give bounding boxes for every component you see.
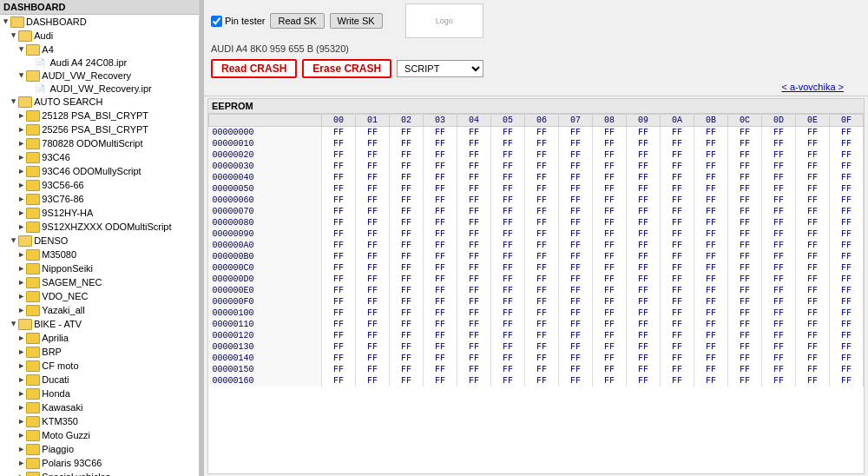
table-row: 00000100FFFFFFFFFFFFFFFFFFFFFFFFFFFFFFFF [209, 307, 864, 319]
eeprom-value-cell: FF [660, 262, 694, 274]
tree-item-93c46-odo[interactable]: ►93C46 ODOMullyScript [0, 164, 199, 178]
eeprom-value-cell: FF [761, 183, 795, 195]
read-crash-button[interactable]: Read CRASH [211, 59, 297, 78]
eeprom-value-cell: FF [389, 341, 423, 353]
eeprom-value-cell: FF [457, 240, 490, 251]
tree-item-brp[interactable]: ►BRP [0, 345, 199, 359]
eeprom-value-cell: FF [490, 375, 524, 387]
arrow-icon: ► [17, 222, 25, 231]
eeprom-col-header-00: 00 [321, 115, 355, 127]
tree-item-audi-vw-recovery[interactable]: ►AUDI_VW_Recovery [0, 69, 199, 83]
tree-item-label: Honda [42, 388, 69, 399]
tree-item-label: BIKE - ATV [34, 319, 82, 329]
eeprom-value-cell: FF [490, 138, 524, 149]
eeprom-value-cell: FF [490, 251, 524, 262]
eeprom-value-cell: FF [761, 228, 795, 240]
tree-item-audi-a4-file[interactable]: 📄Audi A4 24C08.ipr [0, 56, 199, 69]
eeprom-value-cell: FF [829, 296, 863, 307]
eeprom-addr-cell: 00000130 [209, 341, 322, 353]
tree-item-ktm350[interactable]: ►KTM350 [0, 414, 199, 428]
eeprom-value-cell: FF [524, 341, 558, 353]
tree-item-yazaki[interactable]: ►Yazaki_all [0, 303, 199, 317]
eeprom-value-cell: FF [829, 319, 863, 330]
eeprom-value-cell: FF [389, 127, 423, 139]
eeprom-value-cell: FF [795, 228, 829, 240]
tree-item-nipponseiki[interactable]: ►NipponSeiki [0, 261, 199, 275]
write-sk-button[interactable]: Write SK [330, 13, 383, 29]
eeprom-value-cell: FF [727, 296, 761, 307]
eeprom-value-cell: FF [321, 330, 355, 341]
tree-item-25256[interactable]: ►25256 PSA_BSI_CRYPT [0, 122, 199, 136]
erase-crash-button[interactable]: Erase CRASH [302, 59, 391, 78]
tree-item-25128[interactable]: ►25128 PSA_BSI_CRYPT [0, 109, 199, 122]
eeprom-col-header-0C: 0C [727, 115, 761, 127]
eeprom-value-cell: FF [558, 195, 592, 206]
eeprom-value-cell: FF [592, 161, 626, 172]
tree-item-audi[interactable]: ►Audi [0, 29, 199, 43]
tree-item-auto-search[interactable]: ►AUTO SEARCH [0, 95, 199, 109]
tree-item-93c56[interactable]: ►93C56-66 [0, 178, 199, 192]
eeprom-value-cell: FF [321, 183, 355, 195]
tree-item-ducati[interactable]: ►Ducati [0, 373, 199, 387]
eeprom-value-cell: FF [727, 341, 761, 353]
eeprom-value-cell: FF [592, 262, 626, 274]
tree-item-audi-vw-recovery-file[interactable]: 📄AUDI_VW_Recovery.ipr [0, 83, 199, 95]
tree-item-dashboard[interactable]: ►DASHBOARD [0, 15, 199, 29]
tree-item-93c76[interactable]: ►93C76-86 [0, 192, 199, 206]
table-row: 000000A0FFFFFFFFFFFFFFFFFFFFFFFFFFFFFFFF [209, 240, 864, 251]
eeprom-value-cell: FF [524, 228, 558, 240]
tree-item-special[interactable]: ►Special vehicles [0, 470, 199, 476]
file-tree-panel[interactable]: DASHBOARD ►DASHBOARD ►Audi ►A4 📄Audi A4 … [0, 0, 200, 476]
tree-item-piaggio[interactable]: ►Piaggio [0, 442, 199, 456]
eeprom-value-cell: FF [558, 217, 592, 228]
tree-item-moto-guzzi[interactable]: ►Moto Guzzi [0, 428, 199, 442]
folder-closed-icon [26, 151, 40, 163]
eeprom-value-cell: FF [592, 206, 626, 217]
tree-item-cf-moto[interactable]: ►CF moto [0, 359, 199, 373]
eeprom-value-cell: FF [626, 330, 660, 341]
tree-item-780828[interactable]: ►780828 ODOMultiScript [0, 136, 199, 150]
tree-item-honda[interactable]: ►Honda [0, 387, 199, 400]
eeprom-value-cell: FF [592, 375, 626, 387]
eeprom-col-header-06: 06 [524, 115, 558, 127]
eeprom-value-cell: FF [490, 228, 524, 240]
pin-tester-checkbox[interactable] [211, 16, 222, 27]
eeprom-value-cell: FF [321, 206, 355, 217]
tree-item-label: SAGEM_NEC [42, 277, 102, 288]
arrow-icon: ► [10, 237, 18, 245]
read-sk-button[interactable]: Read SK [270, 13, 324, 29]
tree-item-denso[interactable]: ►DENSO [0, 234, 199, 248]
script-select[interactable]: SCRIPT [397, 60, 483, 77]
tree-item-bike-atv[interactable]: ►BIKE - ATV [0, 317, 199, 331]
tree-item-aprilia[interactable]: ►Aprilia [0, 331, 199, 345]
arrow-icon: ► [2, 18, 10, 26]
eeprom-value-cell: FF [694, 375, 727, 387]
eeprom-value-cell: FF [423, 161, 457, 172]
tree-item-9s12xhzxx[interactable]: ►9S12XHZXXX ODOMultiScript [0, 220, 199, 234]
eeprom-value-cell: FF [660, 172, 694, 183]
eeprom-value-cell: FF [727, 228, 761, 240]
tree-item-93c46[interactable]: ►93C46 [0, 150, 199, 164]
tree-item-sagem-nec[interactable]: ►SAGEM_NEC [0, 275, 199, 289]
arrow-icon: ► [17, 111, 25, 120]
folder-closed-icon [26, 387, 40, 400]
arrow-icon: ► [17, 403, 25, 412]
tree-item-label: CF moto [42, 360, 78, 371]
tree-item-9s12hy[interactable]: ►9S12HY-HA [0, 206, 199, 220]
tree-item-m35080[interactable]: ►M35080 [0, 248, 199, 261]
tree-item-vdo-nec[interactable]: ►VDO_NEC [0, 289, 199, 303]
eeprom-addr-cell: 00000000 [209, 127, 322, 139]
eeprom-value-cell: FF [660, 274, 694, 285]
tree-item-a4[interactable]: ►A4 [0, 43, 199, 56]
tree-item-polaris[interactable]: ►Polaris 93C66 [0, 456, 199, 470]
tree-item-kawasaki[interactable]: ►Kawasaki [0, 400, 199, 414]
credit-link[interactable]: < a-vovchika > [781, 82, 844, 92]
eeprom-value-cell: FF [626, 285, 660, 296]
eeprom-value-cell: FF [524, 127, 558, 139]
eeprom-value-cell: FF [423, 274, 457, 285]
eeprom-table-wrap[interactable]: 000102030405060708090A0B0C0D0E0F 0000000… [207, 113, 865, 474]
eeprom-value-cell: FF [457, 172, 490, 183]
eeprom-value-cell: FF [558, 240, 592, 251]
eeprom-value-cell: FF [558, 353, 592, 364]
eeprom-col-header-03: 03 [423, 115, 457, 127]
